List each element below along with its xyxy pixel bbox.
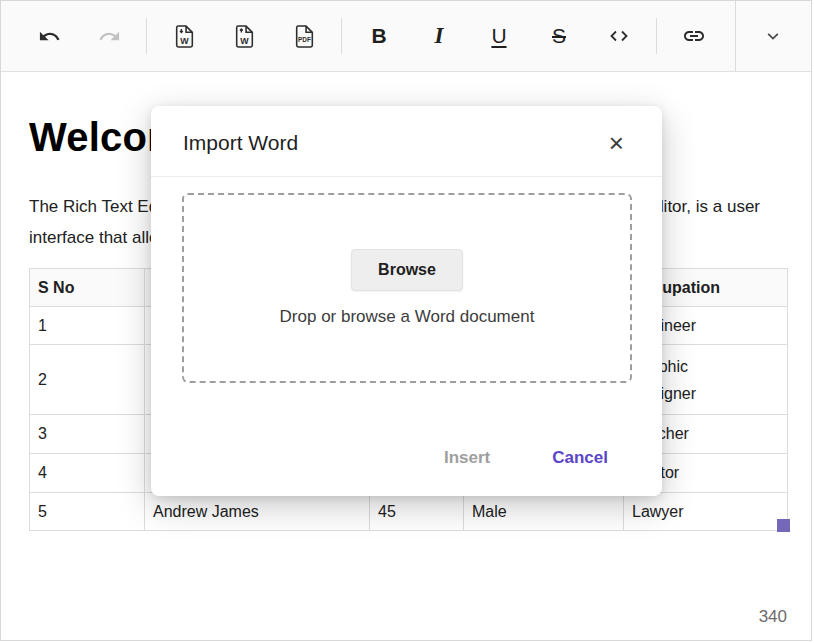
browse-button[interactable]: Browse (351, 249, 463, 291)
insert-button[interactable]: Insert (444, 448, 490, 468)
close-icon[interactable]: × (609, 130, 624, 156)
redo-icon (98, 25, 121, 48)
file-dropzone[interactable]: Browse Drop or browse a Word document (182, 193, 632, 383)
italic-button[interactable]: I (415, 12, 463, 60)
rich-text-editor: W W PDF B I U S Welcome to the Rich Text… (0, 0, 812, 641)
drop-instruction-text: Drop or browse a Word document (280, 307, 535, 327)
table-cell: 45 (370, 493, 464, 531)
undo-button[interactable] (25, 12, 73, 60)
toolbar-expand-button[interactable] (749, 12, 797, 60)
export-word-button[interactable]: W (220, 12, 268, 60)
underline-button[interactable]: U (475, 12, 523, 60)
table-cell: 2 (30, 345, 145, 415)
export-pdf-button[interactable]: PDF (280, 12, 328, 60)
toolbar-separator (735, 1, 736, 71)
redo-button[interactable] (85, 12, 133, 60)
export-word-icon: W (232, 24, 257, 49)
code-view-icon (607, 24, 631, 48)
character-count: 340 (759, 607, 787, 627)
import-word-button[interactable]: W (160, 12, 208, 60)
link-icon (682, 24, 706, 48)
svg-text:PDF: PDF (298, 36, 311, 43)
table-cell: 5 (30, 493, 145, 531)
cancel-button[interactable]: Cancel (552, 448, 608, 468)
table-cell: Lawyer (624, 493, 788, 531)
table-cell: 4 (30, 454, 145, 493)
toolbar: W W PDF B I U S (1, 1, 811, 72)
svg-text:W: W (180, 35, 189, 45)
undo-icon (38, 25, 61, 48)
table-row: 5 Andrew James 45 Male Lawyer (30, 493, 788, 531)
insert-link-button[interactable] (670, 12, 718, 60)
column-header: S No (30, 269, 145, 307)
table-cell: Male (464, 493, 624, 531)
table-cell: 3 (30, 415, 145, 454)
table-cell: 1 (30, 307, 145, 345)
toolbar-separator (341, 18, 342, 54)
strikethrough-button[interactable]: S (535, 12, 583, 60)
dialog-footer: Insert Cancel (444, 448, 608, 468)
export-pdf-icon: PDF (292, 24, 317, 49)
dialog-header: Import Word × (151, 106, 662, 177)
svg-text:W: W (240, 35, 249, 45)
toolbar-separator (146, 18, 147, 54)
import-word-icon: W (172, 24, 197, 49)
code-view-button[interactable] (595, 12, 643, 60)
chevron-down-icon (761, 24, 785, 48)
import-word-dialog: Import Word × Browse Drop or browse a Wo… (151, 106, 662, 496)
table-cell: Andrew James (145, 493, 370, 531)
table-resize-handle[interactable] (777, 519, 790, 532)
dialog-title: Import Word (183, 131, 298, 155)
bold-button[interactable]: B (355, 12, 403, 60)
toolbar-separator (656, 18, 657, 54)
